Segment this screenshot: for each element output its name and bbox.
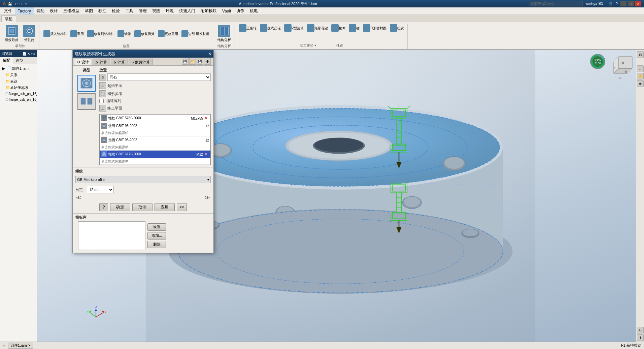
dialog-mode-select[interactable]: 同心 圆形参考 (107, 73, 211, 81)
rt-btn-info[interactable]: ℹ (637, 334, 644, 341)
panel-menu-icon[interactable]: ≡ (33, 52, 35, 56)
ribbon-btn-disk[interactable]: 盘式凸轮 (259, 24, 282, 32)
dialog-close-btn[interactable]: ✕ (208, 52, 211, 56)
fl-item-bolt[interactable]: 螺栓 GB/T 5780-2000 M12x55 ✕ (100, 115, 210, 122)
dlg-tool-settings-icon[interactable]: ⚙ (204, 58, 211, 65)
menu-file[interactable]: 文件 (1, 7, 15, 14)
template-settings-btn[interactable]: 设置 (147, 223, 166, 231)
menu-mech[interactable]: 机电 (247, 7, 261, 14)
ribbon-btn-mirror[interactable]: 镜像 (116, 30, 132, 38)
template-delete-btn[interactable]: 删除 (147, 241, 166, 248)
tree-item-origin[interactable]: 📁 原始坐标系 (1, 85, 35, 91)
menu-design[interactable]: 设计 (47, 7, 61, 14)
tree-item-flange1[interactable]: ⬡ flange_csb_pn_16_r (1, 91, 35, 97)
rt-btn-zoom[interactable]: ⊕ (637, 80, 644, 87)
ribbon-btn-border[interactable]: 边部 延长长度 (180, 30, 211, 38)
menu-env[interactable]: 环境 (163, 7, 176, 14)
ribbon-btn-带孔筒[interactable]: 带孔筒 (22, 24, 37, 43)
fl-item-washer1[interactable]: 垫圈 GB/T 95-2002 12 (100, 122, 210, 130)
dialog-type-concentric[interactable] (77, 75, 96, 92)
dialog-type-parallel[interactable] (77, 93, 96, 110)
undo-icon[interactable]: ↩ (14, 2, 18, 6)
ribbon-btn-struct-analysis[interactable]: 结构分析 (216, 24, 233, 43)
rt-btn-pan[interactable]: ✋ (637, 73, 644, 80)
panel-add-icon[interactable]: + (31, 52, 33, 56)
dialog-scroll-down-icon[interactable]: ≫ (204, 195, 211, 200)
ribbon-btn-key[interactable]: 键 (347, 24, 361, 32)
dialog-tab-design[interactable]: ⚙ 设计 (74, 59, 92, 65)
rt-btn-1[interactable]: ⊡ (637, 51, 644, 58)
panel-tab-assemble[interactable]: 装配 (0, 57, 13, 64)
dialog-tab-fatigue[interactable]: ~ 疲劳计算 (129, 59, 152, 65)
menu-3dmodel[interactable]: 三维模型 (61, 7, 82, 14)
ribbon-btn-zheng[interactable]: 正齿轮 (238, 24, 258, 32)
ribbon-btn-螺纹取筒[interactable]: 螺纹取筒 (3, 24, 20, 43)
home-icon[interactable]: ⌂ (25, 2, 27, 6)
cart-icon[interactable]: 🛒 (608, 2, 613, 6)
fl-item-nut[interactable]: 螺纹 GB/T 6170-2000 M12 ✕ (100, 151, 210, 158)
ribbon-tab-home[interactable]: 装配 (1, 15, 16, 22)
help-icon[interactable]: ? (616, 2, 618, 6)
viewcube[interactable]: 顶 左 前 N (607, 53, 634, 80)
dlg-tool-save-icon[interactable]: 💾 (182, 58, 189, 65)
dialog-ok-btn[interactable]: 确定 (110, 203, 130, 211)
dialog-expand-btn[interactable]: << (177, 203, 187, 211)
dialog-standard-value[interactable]: GB Metric profile ▾ (75, 176, 211, 183)
redo-icon[interactable]: ↪ (20, 2, 23, 6)
menu-inspect[interactable]: 检验 (109, 7, 123, 14)
dialog-start-plane-icon[interactable]: ⊥ (99, 82, 106, 89)
panel-new-icon[interactable]: 📄 (23, 52, 27, 56)
minimize-btn[interactable]: ─ (620, 1, 626, 6)
menu-manage[interactable]: 管理 (136, 7, 149, 14)
ribbon-btn-restore[interactable]: 修复到结构件 (86, 30, 115, 38)
fl-nut-delete-icon[interactable]: ✕ (204, 152, 209, 157)
tree-item-root[interactable]: ▶ 📄 部件1.iam (1, 65, 35, 72)
close-btn[interactable]: ✕ (635, 1, 641, 6)
menu-annotation[interactable]: 标注 (96, 7, 109, 14)
dialog-tab-calc[interactable]: fx 计算 (93, 59, 110, 65)
ribbon-btn-copy[interactable]: 重用 (69, 30, 85, 38)
rt-btn-rotate[interactable]: ↻ (637, 327, 644, 334)
dialog-size-select[interactable]: 12 mm 10 mm 16 mm (87, 186, 114, 193)
menu-factory[interactable]: Factory (15, 7, 34, 14)
menu-addins[interactable]: 附加模块 (198, 7, 219, 14)
dlg-tool-export-icon[interactable]: 💾 (197, 58, 203, 65)
ribbon-btn-update[interactable]: 更改重用 (157, 30, 179, 38)
maximize-btn[interactable]: □ (628, 1, 634, 6)
dialog-mode-icon[interactable]: ⊙ (99, 74, 106, 81)
ribbon-btn-rect-belt[interactable]: 矩形花键 (306, 24, 329, 32)
template-add-btn[interactable]: 添加... (147, 232, 166, 240)
dialog-scroll-up-icon[interactable]: ≪ (75, 195, 82, 200)
panel-tab-model[interactable]: 造型 (13, 57, 26, 64)
tree-item-flange2[interactable]: ⬡ flange_csb_pn_16_r (1, 97, 35, 102)
ribbon-btn-niuzhuan[interactable]: 扭簧 (388, 24, 405, 32)
statusbar-tab-close[interactable]: ✕ (28, 344, 31, 347)
panel-close-icon[interactable]: ✕ (27, 52, 30, 56)
statusbar-tab[interactable]: 部件1.iam ✕ (8, 343, 33, 349)
menu-assemble[interactable]: 装配 (34, 7, 47, 14)
dialog-circle-ref-icon[interactable]: ◯ (99, 90, 106, 97)
menu-view[interactable]: 视图 (149, 7, 163, 14)
ribbon-btn-insert[interactable]: 插入结构件 (42, 30, 68, 38)
window-controls[interactable]: ─ □ ✕ (620, 1, 641, 6)
tree-item-expressions[interactable]: 📁 表达 (1, 78, 35, 85)
ribbon-btn-lacheng[interactable]: 拉伸 (330, 24, 347, 32)
dialog-apply-btn[interactable]: 应用 (155, 203, 175, 211)
menu-vault[interactable]: Vault (219, 7, 234, 14)
quick-save-icon[interactable]: 💾 (8, 2, 12, 6)
dialog-help-icon[interactable]: ? (99, 203, 108, 211)
dlg-tool-open-icon[interactable]: 📂 (189, 58, 196, 65)
ribbon-btn-stretch[interactable]: 修复弹簧 (133, 30, 156, 38)
fl-item-washer2[interactable]: 垫圈 GB/T 95-2002 12 (100, 136, 210, 144)
ribbon-btn-o-ring[interactable]: O形密封圈 (362, 24, 388, 32)
menu-tools[interactable]: 工具 (123, 7, 136, 14)
rt-btn-expand[interactable]: ↔ (637, 65, 644, 72)
dialog-array-checkbox[interactable] (99, 99, 104, 103)
dialog-end-plane-icon[interactable]: ⊥ (99, 105, 106, 112)
dialog-tab-calc2[interactable]: fx 计算 (111, 59, 128, 65)
tree-item-relations[interactable]: 📁 关系 (1, 72, 35, 78)
statusbar-home-icon[interactable]: ⌂ (3, 343, 5, 348)
menu-collab[interactable]: 协作 (234, 7, 247, 14)
search-input[interactable] (529, 1, 583, 6)
ribbon-btn-vbelt[interactable]: V型皮带 (283, 24, 305, 32)
